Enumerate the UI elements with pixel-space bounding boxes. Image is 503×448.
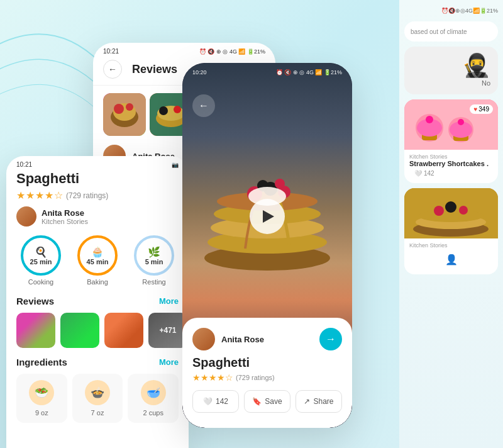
author-info-main: Anita Rose Kitchen Stories <box>41 208 88 225</box>
status-icons-video: ⏰ 🔇 ⊕ ◎ 4G 📶 🔋21% <box>276 69 342 76</box>
baking-icon: 🧁 <box>91 246 104 258</box>
cooking-icon: 🍳 <box>35 246 47 258</box>
author-row-main: Anita Rose Kitchen Stories <box>16 206 179 227</box>
save-icon: 🔖 <box>252 397 262 406</box>
review-thumb-1[interactable] <box>103 93 146 136</box>
author-name-main: Anita Rose <box>41 208 88 218</box>
review-thumb-main-1[interactable] <box>16 313 55 348</box>
resting-icon: 🌿 <box>148 246 160 258</box>
share-icon: ↗ <box>304 397 310 406</box>
ingredient-amount-1: 9 oz <box>35 409 48 417</box>
review-thumb-main-plus[interactable]: +471 <box>148 313 187 348</box>
resting-ring: 🌿 5 min <box>134 235 174 276</box>
like-icon: 🤍 <box>203 397 213 406</box>
cooking-label: Cooking <box>28 278 53 286</box>
cupcake-info: Kitchen Stories Strawberry Shortcakes . … <box>404 150 498 183</box>
cupcake-source: Kitchen Stories <box>409 154 493 160</box>
status-icons-reviews: ⏰ 🔇 ⊕ ◎ 4G 📶 🔋21% <box>199 48 265 55</box>
ingredient-2: 🍲 7 oz <box>72 374 123 423</box>
reviews-heading: Reviews <box>16 296 54 306</box>
status-time-reviews: 10:21 <box>103 48 119 55</box>
video-background: 10:20 ⏰ 🔇 ⊕ ◎ 4G 📶 🔋21% <box>182 63 352 428</box>
heart-icon: ♥ <box>473 106 477 113</box>
ingredients-more-link[interactable]: More <box>159 357 179 367</box>
right-panel: ⏰🔇⊕◎4G📶🔋21% based out of climate 🥷 No ♥ <box>399 0 503 448</box>
back-button-video[interactable]: ← <box>192 94 215 117</box>
video-info-card: Anita Rose → Spaghetti ★★★★☆ (729 rating… <box>182 318 352 428</box>
ninja-card: 🥷 No <box>404 47 498 94</box>
resting-label: Resting <box>142 278 165 286</box>
rating-count-main: (729 ratings) <box>66 191 108 200</box>
ingredient-1: 🥗 9 oz <box>16 374 67 423</box>
badge-349: ♥ 349 <box>470 104 493 114</box>
food-icon-1 <box>103 93 146 136</box>
stars-row-main: ★★★★☆ (729 ratings) <box>16 189 179 201</box>
pancake-right-source: Kitchen Stories <box>409 242 493 249</box>
main-content: Spaghetti ★★★★☆ (729 ratings) Anita Rose… <box>6 171 189 430</box>
author-avatar-main <box>16 206 36 227</box>
reviews-title: Reviews <box>132 63 177 76</box>
status-time-main: 10:21 <box>16 161 32 168</box>
user-icon: 👤 <box>409 249 493 271</box>
video-phone: 10:20 ⏰ 🔇 ⊕ ◎ 4G 📶 🔋21% <box>182 63 352 428</box>
heart-icon-sm: 🤍 <box>414 170 422 177</box>
video-stars-row: ★★★★☆ (729 ratings) <box>192 372 342 383</box>
ingredient-icon-2: 🍲 <box>85 380 110 405</box>
video-actions: 🤍 142 🔖 Save ↗ Share <box>192 390 342 413</box>
like-button[interactable]: 🤍 142 <box>192 390 239 413</box>
stars-main: ★★★★☆ <box>16 189 64 201</box>
ingredients-row: 🥗 9 oz 🍲 7 oz 🥣 2 cups <box>16 374 179 423</box>
back-button-reviews[interactable]: ← <box>103 60 122 79</box>
svg-point-28 <box>275 179 285 189</box>
review-thumb-main-2[interactable] <box>60 313 99 348</box>
cooking-ring: 🍳 25 min <box>21 235 61 276</box>
status-bar-reviews: 10:21 ⏰ 🔇 ⊕ ◎ 4G 📶 🔋21% <box>93 43 275 57</box>
reviews-more-link[interactable]: More <box>159 296 179 306</box>
author-source-main: Kitchen Stories <box>41 218 88 225</box>
svg-point-34 <box>426 116 433 123</box>
cupcake-image: ♥ 349 <box>404 99 498 150</box>
video-stars: ★★★★☆ <box>192 372 233 383</box>
video-rating-count: (729 ratings) <box>236 374 275 381</box>
video-go-button[interactable]: → <box>319 328 342 350</box>
video-author-avatar <box>192 328 215 350</box>
right-top-text: based out of climate <box>411 28 467 35</box>
review-thumbs-row: +471 <box>16 313 179 348</box>
status-icons-main: 📷 <box>172 162 179 168</box>
pancake-image-right <box>404 188 498 238</box>
svg-point-9 <box>174 106 181 113</box>
svg-point-38 <box>458 119 464 125</box>
reviews-section-header: Reviews More <box>16 296 179 306</box>
ninja-icon: 🥷 <box>462 54 490 77</box>
share-button[interactable]: ↗ Share <box>296 390 342 413</box>
svg-point-4 <box>126 103 133 111</box>
pancake-right-info: Kitchen Stories 👤 <box>404 238 498 274</box>
ingredient-icon-3: 🥣 <box>141 380 166 405</box>
baking-ring: 🧁 45 min <box>77 235 118 276</box>
cooking-circle: 🍳 25 min Cooking <box>16 235 65 286</box>
status-time-video: 10:20 <box>192 69 207 76</box>
status-bar-main: 10:21 📷 <box>6 156 189 171</box>
ingredient-amount-2: 7 oz <box>91 409 104 417</box>
badge-142: 🤍 142 <box>409 167 493 179</box>
right-top-card: based out of climate <box>404 21 498 42</box>
baking-circle: 🧁 45 min Baking <box>73 235 122 286</box>
resting-circle: 🌿 5 min Resting <box>130 235 179 286</box>
review-thumb-main-3[interactable] <box>104 313 143 348</box>
video-author-row: Anita Rose → <box>192 328 342 350</box>
food-title-main: Spaghetti <box>16 171 179 187</box>
ingredient-amount-3: 2 cups <box>143 409 163 417</box>
svg-point-3 <box>114 104 124 114</box>
play-button[interactable] <box>250 199 285 234</box>
pancake-card-right[interactable]: Kitchen Stories 👤 <box>404 188 498 274</box>
video-author-name: Anita Rose <box>221 335 264 344</box>
svg-point-8 <box>159 106 168 115</box>
status-bar-video: 10:20 ⏰ 🔇 ⊕ ◎ 4G 📶 🔋21% <box>182 63 352 78</box>
save-button[interactable]: 🔖 Save <box>244 390 290 413</box>
ingredient-3: 🥣 2 cups <box>128 374 179 423</box>
svg-point-44 <box>445 201 456 213</box>
right-status-bar: ⏰🔇⊕◎4G📶🔋21% <box>404 5 498 16</box>
cupcake-card[interactable]: ♥ 349 Kitchen Stories Strawberry Shortca… <box>404 99 498 183</box>
ninja-no-label: No <box>482 79 490 87</box>
ingredients-section-header: Ingredients More <box>16 357 179 367</box>
